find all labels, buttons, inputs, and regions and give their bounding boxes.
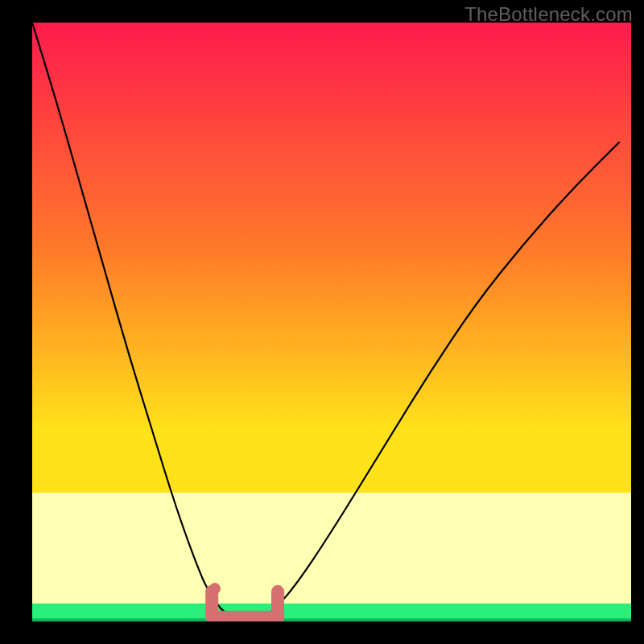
chart-svg <box>32 23 631 621</box>
chart-area <box>32 23 631 621</box>
pale-yellow-band <box>32 493 631 621</box>
min-marker-dot <box>209 583 221 594</box>
deep-green-band <box>32 618 631 621</box>
outer-frame: TheBottleneck.com <box>0 0 644 644</box>
